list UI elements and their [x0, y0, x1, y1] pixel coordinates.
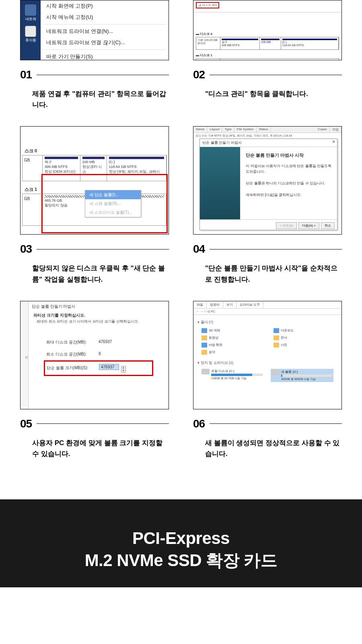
col-copac: Copac [315, 127, 330, 133]
product-banner: PCI-Express M.2 NVMe SSD 확장 카드 [0, 499, 362, 587]
wizard-subdescription: 최대와 최소 파티션 크기 사이에서 파티션 크기를 선택하십시오. [30, 318, 167, 328]
computer-icon-label: 네트워 [21, 16, 41, 22]
wizard-heading: 단순 볼륨 만들기 마법사 시작 [246, 152, 331, 159]
divider-line [210, 249, 342, 249]
tab-computer[interactable]: 컴퓨터 [207, 301, 223, 308]
divider-line [210, 423, 342, 424]
drive-c[interactable]: 로컬 디스크 (C:) 118GB 중 24.7GB 사용 가능 [202, 369, 263, 382]
max-disk-value: 476937 [99, 339, 112, 345]
step-number: 05 [20, 417, 32, 430]
min-disk-label: 최소 디스크 공간(MB): [46, 352, 99, 357]
step-number: 01 [20, 68, 32, 81]
disk0-header: GB [23, 155, 43, 181]
step-description: 제품 연결 후 "컴퓨터 관리" 항목으로 들어갑니다. [20, 88, 169, 110]
folder-downloads[interactable]: 다운로드 [274, 328, 333, 333]
drive-icon [272, 370, 280, 375]
close-icon[interactable]: ✕ [332, 140, 335, 144]
col-status: Status [257, 127, 271, 133]
step-description: "디스크 관리" 항목을 클릭합니다. [193, 88, 342, 99]
folder-icon [202, 343, 207, 348]
min-disk-value: 8 [99, 352, 101, 357]
menu-new-simple-volume[interactable]: 새 단순 볼륨(I)... [85, 190, 141, 199]
wizard-window-title: 단순 볼륨 만들기 마법사 [30, 303, 167, 310]
address-bar[interactable]: ← → ↑ 내 PC [193, 309, 341, 315]
drive-d-new-volume[interactable]: 새 볼륨 (D:) 465GB 중 465GB 사용 가능 [271, 369, 333, 382]
folder-3d-objects[interactable]: 3D 개체 [202, 328, 261, 333]
col-action: 작업 [330, 127, 341, 133]
step-04: Name Layout Type File System Status Copa… [193, 126, 342, 284]
max-disk-label: 최대 디스크 공간(MB): [46, 339, 99, 345]
wizard-sidebar-image [200, 147, 240, 219]
wizard-text: 계속하려면 [다음]을 클릭하십시오. [246, 192, 331, 198]
context-menu: 시작 화면에 고정(P) 시작 메뉴에 고정(U) 네트워크 드라이브 연결(N… [41, 0, 169, 60]
folder-icon [202, 350, 207, 355]
screenshot-02: 📊 디스크 관리 ▬ 디스크 0 기본 119.23 GB 온라인 복구 499… [193, 0, 342, 60]
folder-icon [274, 328, 279, 333]
folder-videos[interactable]: 동영상 [202, 335, 261, 340]
folder-icon [202, 335, 207, 340]
col-layout: Layout [207, 127, 222, 133]
spinner-buttons[interactable]: ▲▼ [121, 366, 126, 372]
wizard-dialog: 단순 볼륨 만들기 마법사 ✕ 단순 볼륨 만들기 마법사 시작 이 마법사는 … [200, 139, 337, 230]
folder-documents[interactable]: 문서 [274, 335, 333, 340]
step-02: 📊 디스크 관리 ▬ 디스크 0 기본 119.23 GB 온라인 복구 499… [193, 0, 342, 110]
col-type: Type [222, 127, 234, 133]
step-03: 스크 0 GB 복구 499 MB NTFS 정상 (OEM 파티션) 100 … [20, 126, 169, 284]
volume-size-input[interactable]: 476937 [99, 364, 119, 370]
step-description: 할당되지 않은 디스크 우클릭 후 "새 단순 볼륨" 작업을 실행합니다. [20, 263, 169, 284]
step-number: 06 [193, 417, 205, 430]
cancel-button[interactable]: 취소 [321, 222, 335, 229]
tab-drive-tools[interactable]: 드라이브 도구 [237, 301, 263, 308]
disk-context-menu: 새 단순 볼륨(I)... 새 스팬 볼륨(N)... 새 스트라이프 볼륨(T… [85, 190, 141, 217]
menu-pin-taskbar[interactable]: 시작 메뉴에 고정(U) [41, 12, 169, 23]
wizard-window-title: 단순 볼륨 만들기 마법사 ✕ [200, 139, 337, 147]
divider-line [37, 423, 169, 424]
disk0-label: ▬ 디스크 0 [196, 32, 339, 36]
folder-icon [274, 343, 279, 348]
step-number: 04 [193, 243, 205, 256]
volume-row: (C:) 단순 기본 NTFS 정상 (부팅, 페이지 파일, 크래시 덤프, … [193, 133, 341, 139]
recycle-bin-icon [25, 26, 36, 37]
step-number: 02 [193, 68, 205, 81]
next-button[interactable]: 다음(N) > [298, 222, 319, 229]
wizard-text: 단순 볼륨은 하나의 디스크에만 만들 수 있습니다. [246, 180, 331, 186]
recycle-bin-label: 휴지통 [21, 38, 41, 43]
divider-line [37, 249, 169, 249]
folder-icon [202, 328, 207, 333]
banner-title: PCI-Express M.2 NVMe SSD 확장 카드 [16, 527, 346, 571]
menu-separator [44, 24, 165, 25]
disk1-header: 기본 [196, 59, 220, 60]
disk1-header: GB [23, 194, 43, 225]
screenshot-06: 파일 컴퓨터 보기 드라이브 도구 ← → ↑ 내 PC ▾ 폴더 (7) 3D… [193, 301, 342, 409]
menu-disconnect-drive[interactable]: 네트워크 드라이브 연결 끊기(C)... [41, 37, 169, 48]
col-name: Name [193, 127, 207, 133]
folder-pictures[interactable]: 사진 [274, 343, 333, 348]
wizard-text: 이 마법사는 사용자가 디스크에 단순 볼륨을 만들도록 도와줍니다. [246, 163, 331, 175]
tab-file[interactable]: 파일 [193, 301, 207, 308]
disk0-header: 기본 119.23 GB 온라인 [196, 37, 220, 49]
wizard-subtitle: 파티션 크기를 지정하십시오. [30, 310, 167, 318]
drive-icon [202, 369, 210, 374]
drives-section-title: ▾ 장치 및 드라이브 (2) [197, 359, 337, 367]
partition-recovery: 복구 499 MB NTFS [220, 37, 260, 49]
menu-map-drive[interactable]: 네트워크 드라이브 연결(N)... [41, 26, 169, 37]
folders-section-title: ▾ 폴더 (7) [197, 318, 337, 327]
back-button[interactable]: < 뒤로(B) [276, 222, 297, 229]
screenshot-03: 스크 0 GB 복구 499 MB NTFS 정상 (OEM 파티션) 100 … [20, 126, 169, 235]
menu-new-striped-volume[interactable]: 새 스트라이프 볼륨(T)... [85, 208, 141, 217]
folder-desktop[interactable]: 바탕 화면 [202, 343, 261, 348]
folder-music[interactable]: 음악 [202, 350, 261, 355]
divider-line [210, 75, 342, 75]
tab-view[interactable]: 보기 [223, 301, 237, 308]
menu-new-spanned-volume[interactable]: 새 스팬 볼륨(N)... [85, 199, 141, 208]
partition-c: (C:) 118.64 GB NTFS [281, 37, 339, 49]
folder-icon [274, 335, 279, 340]
menu-create-shortcut[interactable]: 바로 가기 만들기(S) [41, 51, 169, 60]
step-06: 파일 컴퓨터 보기 드라이브 도구 ← → ↑ 내 PC ▾ 폴더 (7) 3D… [193, 301, 342, 459]
menu-pin-start[interactable]: 시작 화면에 고정(P) [41, 0, 169, 12]
step-05: 본 단순 볼륨 만들기 마법사 파티션 크기를 지정하십시오. 최대와 최소 파… [20, 301, 169, 459]
menu-separator [44, 49, 165, 50]
disk-mgmt-highlight[interactable]: 📊 디스크 관리 [196, 2, 219, 8]
step-description: 사용자 PC 환경에 맞게 볼륨 크기를 지정할 수 있습니다. [20, 438, 169, 459]
screenshot-01: 네트워 휴지통 시작 화면에 고정(P) 시작 메뉴에 고정(U) 네트워크 드… [20, 0, 169, 60]
